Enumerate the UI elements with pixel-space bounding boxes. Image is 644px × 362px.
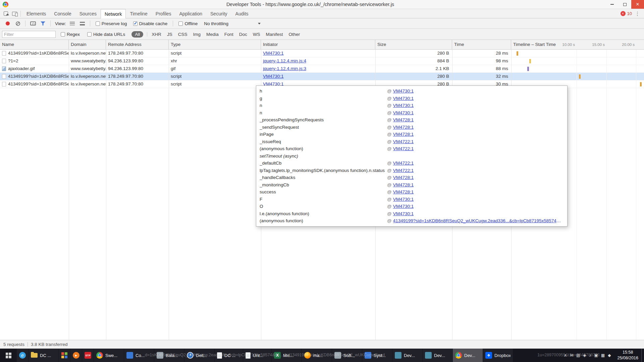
minimize-button[interactable] xyxy=(606,0,619,9)
preserve-log-checkbox[interactable]: Preserve log xyxy=(96,21,127,26)
checkbox-icon[interactable] xyxy=(96,21,100,26)
stack-source-link[interactable]: VM4728:1 xyxy=(393,117,414,122)
taskbar-item[interactable]: ma... xyxy=(302,349,332,362)
stack-source-link[interactable]: VM4730:1 xyxy=(393,197,414,202)
taskbar-item[interactable]: DC ... xyxy=(215,349,243,362)
taskbar-item[interactable]: Dev... xyxy=(423,349,452,362)
taskbar-item[interactable] xyxy=(17,349,28,362)
start-button[interactable] xyxy=(0,349,17,362)
column-header[interactable]: Type xyxy=(169,40,261,49)
taskbar-item[interactable]: Dell... xyxy=(184,349,214,362)
taskbar-item[interactable]: Swe... xyxy=(94,349,124,362)
network-request-row[interactable]: 41349199?sid=1sKDB6n8RSeu... lo.v.livepe… xyxy=(0,73,644,80)
taskbar-item[interactable]: Soft... xyxy=(332,349,362,362)
network-request-row[interactable]: ?1=2 www.sweatybetty... 94.236.123.99:80… xyxy=(0,57,644,65)
taskbar-item[interactable] xyxy=(82,349,94,362)
stack-source-link[interactable]: VM4722:1 xyxy=(393,139,414,144)
taskbar-item[interactable]: DC ... xyxy=(29,349,58,362)
taskbar-item[interactable]: Dev... xyxy=(392,349,422,362)
error-badge-icon[interactable]: × xyxy=(621,11,626,16)
taskbar-item[interactable]: Dev... xyxy=(453,349,483,362)
filter-toggle-button[interactable] xyxy=(39,19,47,27)
initiator-link[interactable]: VM4730:1 xyxy=(263,51,284,56)
taskbar-item[interactable]: Mic... xyxy=(272,349,302,362)
column-header[interactable]: Initiator xyxy=(261,40,375,49)
regex-checkbox[interactable]: Regex xyxy=(61,32,80,37)
stack-source-link[interactable]: VM4728:1 xyxy=(393,182,414,187)
stack-source-link[interactable]: VM4722:1 xyxy=(393,168,414,173)
resource-filter-pill[interactable]: JS xyxy=(166,31,173,38)
stack-source-link[interactable]: VM4730:1 xyxy=(393,204,414,209)
view-small-rows-button[interactable] xyxy=(68,19,77,27)
column-header[interactable]: Remote Address xyxy=(106,40,169,49)
stack-source-link[interactable]: VM4728:1 xyxy=(393,189,414,194)
initiator-link[interactable]: jquery-1.12.4.min.js:4 xyxy=(263,58,306,63)
column-header[interactable]: Domain xyxy=(69,40,106,49)
kebab-menu-icon[interactable]: ⋮ xyxy=(634,11,641,17)
tray-icon[interactable]: ◆ xyxy=(608,353,611,358)
resource-filter-pill[interactable]: Img xyxy=(192,31,201,38)
stack-source-link[interactable]: VM4730:1 xyxy=(393,96,414,101)
taskbar-clock[interactable]: 15:58 25/08/2016 xyxy=(614,349,641,362)
devtools-tab[interactable]: Sources xyxy=(75,9,101,18)
resource-filter-pill[interactable]: CSS xyxy=(177,31,188,38)
hide-data-urls-checkbox[interactable]: Hide data URLs xyxy=(87,32,125,37)
tray-icon[interactable]: ♪ xyxy=(589,353,591,358)
resource-filter-pill[interactable]: All xyxy=(131,31,143,38)
devtools-tab[interactable]: Audits xyxy=(231,9,253,18)
column-header[interactable]: Time xyxy=(452,40,511,49)
show-desktop-button[interactable] xyxy=(641,349,644,362)
devtools-tab[interactable]: Timeline xyxy=(126,9,151,18)
devtools-tab[interactable]: Network xyxy=(101,9,126,19)
resource-filter-pill[interactable]: Media xyxy=(206,31,219,38)
taskbar-item[interactable]: Co... xyxy=(124,349,154,362)
resource-filter-pill[interactable]: Doc xyxy=(238,31,248,38)
stack-source-link[interactable]: VM4730:1 xyxy=(393,110,414,115)
tray-icon[interactable]: ✉ xyxy=(570,353,573,358)
devtools-tab[interactable]: Console xyxy=(50,9,75,18)
throttling-select[interactable]: No throttling xyxy=(201,19,263,27)
column-header[interactable]: Name xyxy=(0,40,69,49)
tray-icon[interactable]: ▣ xyxy=(594,353,598,358)
checkbox-icon[interactable] xyxy=(133,21,138,26)
taskbar-item[interactable] xyxy=(59,349,70,362)
devtools-tab[interactable]: Elements xyxy=(22,9,50,18)
resource-filter-pill[interactable]: Other xyxy=(288,31,301,38)
taskbar-item[interactable]: Syst... xyxy=(362,349,392,362)
stack-source-link[interactable]: VM4722:1 xyxy=(393,161,414,166)
inspect-element-button[interactable] xyxy=(1,10,10,18)
taskbar-item[interactable]: Dropbox xyxy=(483,349,513,362)
resource-filter-pill[interactable]: XHR xyxy=(151,31,162,38)
offline-checkbox[interactable]: Offline xyxy=(178,21,198,26)
tray-icon[interactable]: ▦ xyxy=(601,353,605,358)
taskbar-item[interactable]: Bala... xyxy=(154,349,184,362)
filmstrip-button[interactable] xyxy=(29,19,37,27)
disable-cache-checkbox[interactable]: Disable cache xyxy=(133,21,168,26)
stack-source-link[interactable]: VM4728:1 xyxy=(393,175,414,180)
resource-filter-pill[interactable]: WS xyxy=(252,31,261,38)
initiator-link[interactable]: VM4730:1 xyxy=(263,74,284,79)
tray-icon[interactable]: ▤ xyxy=(576,353,580,358)
tray-icon[interactable]: ∧ xyxy=(564,353,567,358)
close-button[interactable]: × xyxy=(631,0,644,9)
view-large-rows-button[interactable] xyxy=(78,19,87,27)
stack-source-link[interactable]: 41349199?sid=1sKDB6n8RSeuQ2_wUKCugw.2ead… xyxy=(393,218,563,223)
device-toolbar-button[interactable] xyxy=(10,10,19,18)
devtools-tab[interactable]: Profiles xyxy=(152,9,175,18)
stack-source-link[interactable]: VM4730:1 xyxy=(393,88,414,94)
checkbox-icon[interactable] xyxy=(178,21,183,26)
column-header[interactable]: Size xyxy=(375,40,452,49)
taskbar-item[interactable]: Unt... xyxy=(243,349,271,362)
network-filter-input[interactable] xyxy=(2,31,56,38)
network-request-row[interactable]: 41349199?sid=1sKDB6n8RSeu... lo.v.livepe… xyxy=(0,50,644,57)
network-request-row[interactable]: ajaxloader.gif www.sweatybetty... 94.236… xyxy=(0,65,644,73)
devtools-tab[interactable]: Security xyxy=(206,9,231,18)
resource-filter-pill[interactable]: Font xyxy=(224,31,234,38)
checkbox-icon[interactable] xyxy=(87,32,92,37)
clear-button[interactable] xyxy=(13,19,22,27)
taskbar-item[interactable] xyxy=(70,349,82,362)
stack-source-link[interactable]: VM4722:1 xyxy=(393,146,414,151)
stack-source-link[interactable]: VM4730:1 xyxy=(393,103,414,108)
stack-source-link[interactable]: VM4728:1 xyxy=(393,125,414,130)
resource-filter-pill[interactable]: Manifest xyxy=(265,31,283,38)
